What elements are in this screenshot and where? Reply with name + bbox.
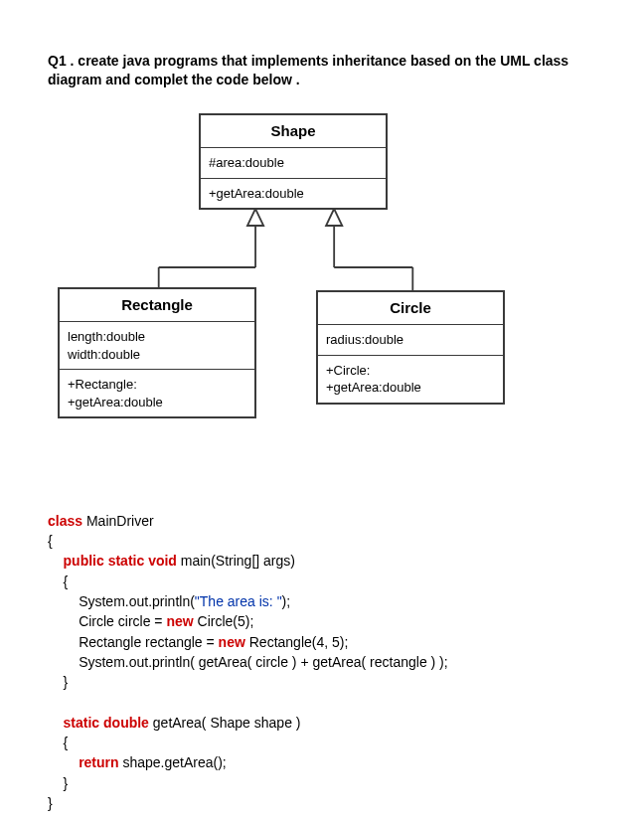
uml-rectangle-op-getarea: +getArea:double bbox=[68, 394, 246, 411]
code-line-09: } bbox=[48, 672, 604, 692]
uml-class-rectangle: Rectangle length:double width:double +Re… bbox=[58, 287, 256, 418]
code-l07c: Rectangle(4, 5); bbox=[245, 634, 349, 650]
uml-rectangle-attr-length: length:double bbox=[68, 328, 246, 346]
code-line-06: Circle circle = new Circle(5); bbox=[48, 611, 604, 631]
kw-class: class bbox=[48, 513, 82, 529]
code-line-04: { bbox=[48, 572, 604, 591]
uml-diagram: Shape #area:double +getArea:double Recta… bbox=[40, 113, 604, 451]
code-l07a: Rectangle rectangle = bbox=[79, 634, 218, 650]
code-l06c: Circle(5); bbox=[194, 613, 254, 629]
code-line-14: } bbox=[48, 793, 604, 813]
uml-rectangle-attr-width: width:double bbox=[68, 346, 246, 364]
kw-return: return bbox=[79, 754, 118, 770]
uml-class-circle: Circle radius:double +Circle: +getArea:d… bbox=[316, 290, 505, 405]
code-line-13: } bbox=[48, 773, 604, 793]
uml-class-rectangle-title: Rectangle bbox=[60, 289, 254, 321]
code-l03-rest: main(String[] args) bbox=[177, 553, 295, 569]
uml-shape-op-getarea: +getArea:double bbox=[209, 185, 378, 203]
code-line-11: { bbox=[48, 733, 604, 752]
code-l05c: ); bbox=[282, 593, 291, 609]
kw-new1: new bbox=[166, 613, 193, 629]
code-l05b: "The area is: " bbox=[195, 593, 282, 609]
code-line-10: static double getArea( Shape shape ) bbox=[48, 713, 604, 733]
uml-rectangle-op-ctor: +Rectangle: bbox=[68, 376, 246, 394]
kw-new2: new bbox=[219, 634, 245, 650]
svg-marker-6 bbox=[247, 209, 263, 226]
kw-psv: public static void bbox=[64, 553, 177, 569]
code-line-blank bbox=[48, 692, 604, 712]
code-line-07: Rectangle rectangle = new Rectangle(4, 5… bbox=[48, 632, 604, 652]
question-prefix: Q1 . bbox=[48, 53, 74, 69]
question-text: Q1 . create java programs that implement… bbox=[48, 52, 604, 89]
code-line-01: class MainDriver bbox=[48, 511, 604, 531]
code-line-12: return shape.getArea(); bbox=[48, 752, 604, 772]
uml-class-shape: Shape #area:double +getArea:double bbox=[199, 113, 388, 210]
uml-shape-attr-area: #area:double bbox=[209, 154, 378, 172]
code-line-08: System.out.println( getArea( circle ) + … bbox=[48, 652, 604, 672]
svg-marker-7 bbox=[326, 209, 342, 226]
kw-staticdouble: static double bbox=[64, 715, 149, 731]
code-l10-rest: getArea( Shape shape ) bbox=[149, 715, 301, 731]
code-l12-rest: shape.getArea(); bbox=[119, 754, 227, 770]
uml-class-circle-title: Circle bbox=[318, 292, 503, 324]
code-line-05: System.out.println("The area is: "); bbox=[48, 591, 604, 611]
code-line-02: { bbox=[48, 531, 604, 551]
code-listing: class MainDriver { public static void ma… bbox=[48, 511, 604, 813]
uml-class-shape-title: Shape bbox=[201, 115, 386, 147]
code-l01-rest: MainDriver bbox=[82, 513, 154, 529]
code-line-03: public static void main(String[] args) bbox=[48, 551, 604, 571]
code-l05a: System.out.println( bbox=[79, 593, 195, 609]
uml-circle-op-ctor: +Circle: bbox=[326, 362, 495, 380]
question-body: create java programs that implements inh… bbox=[48, 53, 568, 87]
uml-circle-op-getarea: +getArea:double bbox=[326, 379, 495, 397]
code-l06a: Circle circle = bbox=[79, 613, 166, 629]
uml-circle-attr-radius: radius:double bbox=[326, 331, 495, 349]
